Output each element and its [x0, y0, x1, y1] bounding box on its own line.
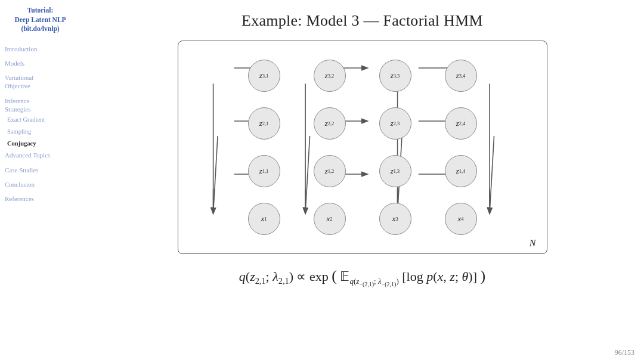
sidebar-item-references[interactable]: References: [5, 194, 76, 203]
node-x1: x1: [231, 195, 297, 243]
sidebar-title: Tutorial:Deep Latent NLP(bit.do/lvnlp): [5, 6, 76, 34]
node-x3: x3: [363, 195, 428, 243]
sidebar-item-advanced-topics[interactable]: Advanced Topics: [5, 151, 76, 159]
page-number: 96/153: [615, 348, 634, 357]
sidebar-item-inference-strategies[interactable]: InferenceStrategies: [5, 97, 76, 114]
node-z1-1: z1,1: [231, 147, 297, 195]
factorial-hmm-diagram: z3,1 z3,2 z3,3 z3,4 z2,1 z2,2 z2,3 z2,: [178, 41, 547, 254]
node-grid: z3,1 z3,2 z3,3 z3,4 z2,1 z2,2 z2,3 z2,: [231, 52, 494, 243]
node-x4: x4: [428, 195, 494, 243]
node-z2-3: z2,3: [363, 100, 428, 147]
sidebar-sub-sampling[interactable]: Sampling: [5, 128, 76, 136]
main-content: Example: Model 3 — Factorial HMM: [80, 0, 644, 362]
node-z2-1: z2,1: [231, 100, 297, 147]
sidebar-item-variational-objective[interactable]: VariationalObjective: [5, 73, 76, 91]
sidebar-item-introduction[interactable]: Introduction: [5, 45, 76, 53]
n-label: N: [530, 238, 536, 249]
sidebar-item-case-studies[interactable]: Case Studies: [5, 166, 76, 174]
node-z1-3: z1,3: [363, 147, 428, 195]
sidebar-sub-exact-gradient[interactable]: Exact Gradient: [5, 116, 76, 124]
node-z2-2: z2,2: [297, 100, 363, 147]
sidebar: Tutorial:Deep Latent NLP(bit.do/lvnlp) I…: [0, 0, 80, 362]
node-z3-3: z3,3: [363, 52, 428, 100]
node-z1-4: z1,4: [428, 147, 494, 195]
node-z3-1: z3,1: [231, 52, 297, 100]
node-z3-2: z3,2: [297, 52, 363, 100]
sidebar-item-models[interactable]: Models: [5, 59, 76, 67]
node-x2: x2: [297, 195, 363, 243]
node-z1-2: z1,2: [297, 147, 363, 195]
sidebar-item-conclusion[interactable]: Conclusion: [5, 180, 76, 188]
svg-line-10: [213, 136, 217, 213]
formula: q(z2,1; λ2,1) ∝ exp ( 𝔼q(z−(2,1); λ−(2,1…: [239, 267, 485, 287]
slide-title: Example: Model 3 — Factorial HMM: [242, 12, 483, 30]
node-z2-4: z2,4: [428, 100, 494, 147]
node-z3-4: z3,4: [428, 52, 494, 100]
sidebar-sub-conjugacy[interactable]: Conjugacy: [5, 140, 76, 148]
formula-text: q(z2,1; λ2,1) ∝ exp ( 𝔼q(z−(2,1); λ−(2,1…: [239, 267, 485, 287]
